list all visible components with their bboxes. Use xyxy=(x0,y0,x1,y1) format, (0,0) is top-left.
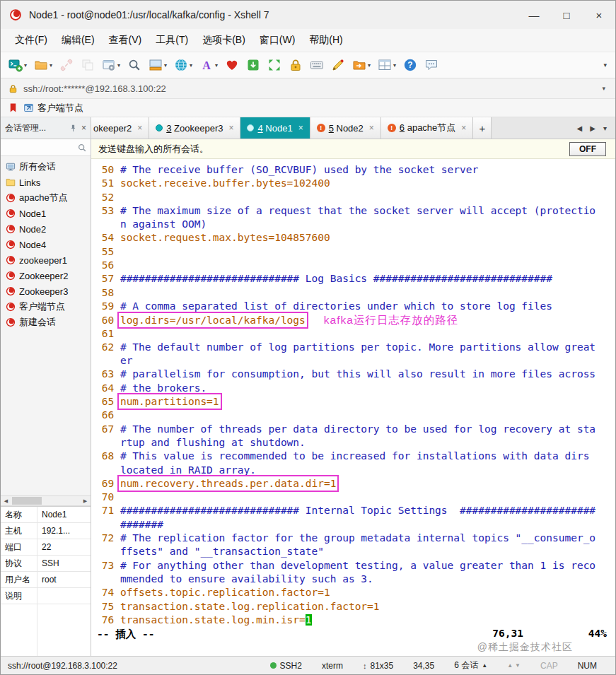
scroll-right-icon[interactable]: ▶ xyxy=(80,498,91,504)
tab-close-icon[interactable]: × xyxy=(369,123,374,133)
web-button[interactable]: ▾ xyxy=(171,56,195,74)
vim-cursor-position: 76,31 xyxy=(492,628,523,641)
lock-screen-button[interactable] xyxy=(286,56,306,74)
code-text: ############################# Internal T… xyxy=(120,505,595,516)
scrollbar-thumb[interactable] xyxy=(12,497,42,505)
scroll-left-icon[interactable]: ◀ xyxy=(1,498,11,504)
tree-item-zookeeper2[interactable]: Zookeeper2 xyxy=(1,268,91,283)
terminal-line: 59# A comma separated list of directorie… xyxy=(95,300,615,313)
tab-zookeeper2-partial[interactable]: okeeper2× xyxy=(91,117,149,139)
terminal-line: 70 xyxy=(95,491,615,504)
broadcast-off-button[interactable]: OFF xyxy=(569,142,606,156)
line-number: 60 xyxy=(95,314,114,327)
highlight-button[interactable] xyxy=(328,56,348,74)
dropdown-arrow-icon: ▾ xyxy=(50,62,52,69)
tab-zookeeper3[interactable]: 3 Zookeeper3× xyxy=(149,117,240,139)
tab-scroll-right-icon[interactable]: ▶ xyxy=(590,124,595,132)
tree-item-zookeeper3[interactable]: Zookeeper3 xyxy=(1,283,91,299)
tab-label: 5 Node2 xyxy=(329,123,364,134)
new-tab-button[interactable]: + xyxy=(473,117,492,139)
duplicate-session-button xyxy=(78,56,98,74)
fullscreen-button[interactable] xyxy=(265,56,284,74)
tab-close-icon[interactable]: × xyxy=(137,123,142,133)
bookmark-flag-icon[interactable] xyxy=(8,102,18,113)
code-text: # The replication factor for the group m… xyxy=(120,532,595,544)
address-bar[interactable]: ssh://root:******@192.168.3.100:22 ▾ xyxy=(1,78,615,99)
terminal[interactable]: 50# The receive buffer (SO_RCVBUF) used … xyxy=(91,159,615,656)
session-search[interactable] xyxy=(1,139,91,156)
scrollbar-track[interactable] xyxy=(11,496,80,505)
tab-close-icon[interactable]: × xyxy=(298,123,303,133)
tree-item-links[interactable]: Links xyxy=(1,175,91,190)
virtual-keyboard-button[interactable] xyxy=(307,56,327,74)
tree-item-node4[interactable]: Node4 xyxy=(1,237,91,252)
tab-close-icon[interactable]: × xyxy=(461,123,466,133)
menu-bar: 文件(F)编辑(E)查看(V)工具(T)选项卡(B)窗口(W)帮助(H) xyxy=(1,29,615,52)
code-text: log.dirs=/usr/local/kafka/logs xyxy=(120,315,306,326)
session-manager-header: 会话管理... × xyxy=(1,117,91,139)
code-text: ####### xyxy=(120,519,163,530)
session-connected-icon xyxy=(247,124,254,131)
menu-help[interactable]: 帮助(H) xyxy=(302,30,349,50)
terminal-type[interactable]: xterm xyxy=(322,661,343,671)
close-button[interactable]: × xyxy=(583,1,615,29)
toolbar-overflow-icon[interactable]: ▾ xyxy=(599,61,611,69)
tree-item-new-session[interactable]: 新建会话 xyxy=(1,315,91,330)
maximize-button[interactable]: □ xyxy=(550,1,583,29)
terminal-line: 50# The receive buffer (SO_RCVBUF) used … xyxy=(95,163,615,177)
receive-folder-button[interactable]: ▾ xyxy=(349,56,373,74)
find-button[interactable] xyxy=(124,56,144,74)
tree-label: Links xyxy=(19,177,40,188)
tab-close-icon[interactable]: × xyxy=(228,123,233,133)
property-key: 协议 xyxy=(1,556,37,571)
title-bar[interactable]: Node1 - root@node01:/usr/local/kafka/con… xyxy=(1,1,615,29)
arrange-windows-button[interactable]: ▾ xyxy=(375,56,399,74)
new-session-icon xyxy=(8,58,23,72)
tree-item-zookeeper1[interactable]: zookeeper1 xyxy=(1,252,91,268)
menu-tabs[interactable]: 选项卡(B) xyxy=(195,30,252,50)
menu-edit[interactable]: 编辑(E) xyxy=(54,30,102,50)
address-dropdown-icon[interactable]: ▾ xyxy=(602,85,608,92)
help-button[interactable]: ? xyxy=(400,56,420,74)
compose-bar-button[interactable]: ▾ xyxy=(146,56,170,74)
panel-close-icon[interactable]: × xyxy=(81,123,86,133)
tree-item-node2[interactable]: Node2 xyxy=(1,221,91,237)
menu-tools[interactable]: 工具(T) xyxy=(149,30,195,50)
zmodem-button[interactable] xyxy=(222,56,242,74)
session-icon xyxy=(6,224,16,234)
tree-item-all-sessions[interactable]: 所有会话 xyxy=(1,159,91,175)
folder-icon xyxy=(6,177,16,187)
tab-menu-icon[interactable]: ▾ xyxy=(603,124,607,132)
resize-icon: ↕ xyxy=(363,662,367,670)
font-button[interactable]: A▾ xyxy=(197,56,221,74)
menu-file[interactable]: 文件(F) xyxy=(8,30,54,50)
address-url[interactable]: ssh://root:******@192.168.3.100:22 xyxy=(23,83,597,94)
menu-window[interactable]: 窗口(W) xyxy=(252,30,303,50)
tab-apache-node[interactable]: !6 apache节点× xyxy=(381,117,474,139)
tree-item-node1[interactable]: Node1 xyxy=(1,206,91,221)
properties-button[interactable]: ▾ xyxy=(99,56,123,74)
minimize-button[interactable]: — xyxy=(518,1,550,29)
watermark: @稀土掘金技术社区 xyxy=(477,641,573,654)
line-number: 53 xyxy=(95,204,114,218)
menu-view[interactable]: 查看(V) xyxy=(102,30,149,50)
terminal-line: 72# The replication factor for the group… xyxy=(95,532,615,545)
tab-scroll-left-icon[interactable]: ◀ xyxy=(577,124,583,132)
horizontal-scrollbar[interactable]: ◀ ▶ xyxy=(1,495,91,506)
terminal-line: 74offsets.topic.replication.factor=1 xyxy=(95,586,615,599)
session-icon xyxy=(6,317,16,327)
pin-icon[interactable] xyxy=(69,124,78,133)
open-session-button[interactable]: ▾ xyxy=(31,56,55,74)
session-count[interactable]: 6 会话 ▲ xyxy=(454,659,487,671)
feedback-button[interactable] xyxy=(422,56,441,74)
new-session-button[interactable]: ▾ xyxy=(6,56,30,74)
tab-node1[interactable]: 4 Node1× xyxy=(240,117,310,139)
properties-empty xyxy=(1,604,91,656)
transfer-button[interactable] xyxy=(243,56,263,74)
tree-item-client-node[interactable]: 客户端节点 xyxy=(1,299,91,315)
tree-item-apache-node[interactable]: apache节点 xyxy=(1,190,91,206)
bookmark-item[interactable]: 客户端节点 xyxy=(23,102,83,115)
terminal-line: 52 xyxy=(95,191,615,204)
properties-icon xyxy=(102,58,116,72)
tab-node2[interactable]: !5 Node2× xyxy=(310,117,381,139)
